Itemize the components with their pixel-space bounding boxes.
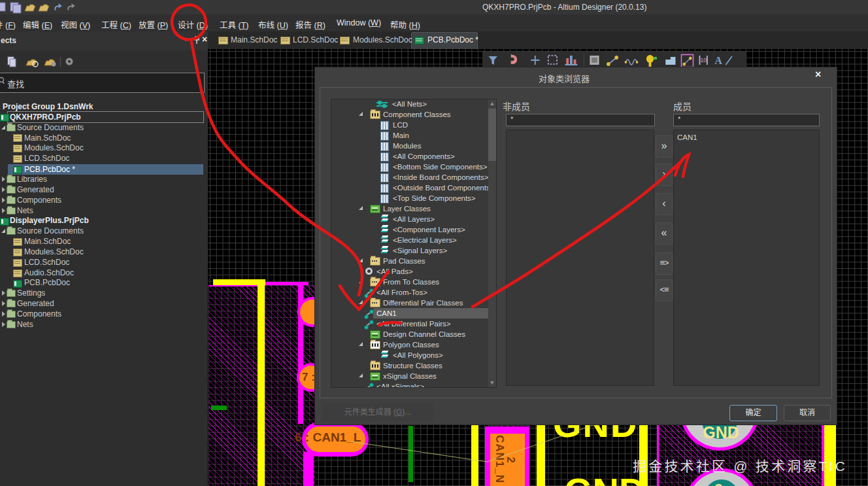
svg-text:A: A xyxy=(714,54,722,67)
svg-text:10: 10 xyxy=(700,57,707,63)
